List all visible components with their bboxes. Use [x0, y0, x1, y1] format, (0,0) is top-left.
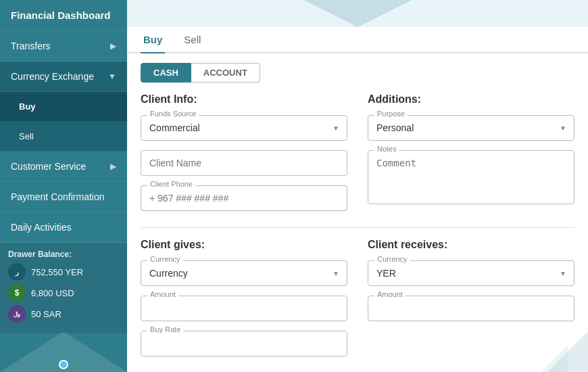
sidebar-item-daily-activities[interactable]: Daily Activities	[0, 212, 127, 243]
drawer-balance-sar: ﷼ 50 SAR	[8, 305, 119, 323]
sidebar-item-label: Currency Exchange	[11, 71, 94, 82]
client-gives-title: Client gives:	[141, 239, 347, 251]
tab-bar: Buy Sell	[127, 27, 588, 53]
top-decorative-area	[127, 0, 588, 27]
purpose-select[interactable]: Personal Business Travel	[368, 115, 574, 141]
funds-source-label: Funds Source	[147, 110, 199, 118]
yer-currency-icon: ر	[8, 263, 26, 281]
sidebar: Financial Dashboard Transfers ▶ Currency…	[0, 0, 127, 372]
bottom-decorative-area	[507, 331, 588, 372]
notes-textarea[interactable]	[368, 150, 574, 204]
sidebar-item-label: Sell	[19, 131, 34, 141]
client-phone-label: Client Phone	[147, 180, 195, 188]
tab-buy[interactable]: Buy	[141, 27, 165, 53]
buy-rate-label: Buy Rate	[147, 325, 183, 333]
expand-icon: ▶	[110, 41, 116, 51]
expand-icon: ▼	[108, 72, 116, 81]
sidebar-item-buy[interactable]: Buy	[0, 92, 127, 122]
client-gives-section: Client gives: Currency Currency USD YER …	[141, 239, 347, 366]
funds-source-field: Funds Source Commercial Personal Busines…	[141, 115, 347, 141]
receives-currency-label: Currency	[374, 255, 410, 263]
client-info-title: Client Info:	[141, 93, 347, 106]
receives-amount-input[interactable]: 0	[368, 296, 574, 321]
expand-icon: ▶	[110, 162, 116, 171]
additions-title: Additions:	[368, 93, 574, 106]
usd-balance: 6,800 USD	[31, 288, 74, 298]
drawer-label: Drawer Balance:	[8, 250, 119, 259]
purpose-label: Purpose	[374, 110, 408, 118]
gives-amount-field: Amount 0	[141, 296, 347, 321]
sidebar-item-transfers[interactable]: Transfers ▶	[0, 31, 127, 62]
sidebar-indicator	[59, 360, 68, 369]
toggle-cash[interactable]: CASH	[141, 63, 191, 83]
section-divider	[141, 227, 574, 228]
gives-amount-label: Amount	[147, 290, 178, 298]
gives-currency-label: Currency	[147, 255, 183, 263]
funds-source-select-wrapper: Commercial Personal Business	[141, 115, 347, 141]
sidebar-item-payment-confirmation[interactable]: Payment Confirmation	[0, 182, 127, 212]
sidebar-item-sell[interactable]: Sell	[0, 122, 127, 152]
drawer-balance-section: Drawer Balance: ر 752,550 YER $ 6,800 US…	[0, 243, 127, 333]
sidebar-item-currency-exchange[interactable]: Currency Exchange ▼	[0, 62, 127, 92]
gives-currency-select-wrapper: Currency USD YER SAR	[141, 260, 347, 286]
receives-amount-label: Amount	[374, 290, 406, 298]
sidebar-item-customer-service[interactable]: Customer Service ▶	[0, 152, 127, 182]
drawer-balance-usd: $ 6,800 USD	[8, 284, 119, 302]
receives-currency-select-wrapper: YER USD SAR EUR	[368, 260, 574, 286]
sidebar-item-label: Daily Activities	[11, 222, 71, 233]
client-info-section: Client Info: Funds Source Commercial Per…	[141, 93, 347, 220]
purpose-field: Purpose Personal Business Travel	[368, 115, 574, 141]
sidebar-item-label: Buy	[19, 101, 36, 112]
gives-currency-select[interactable]: Currency USD YER SAR	[141, 260, 347, 286]
funds-source-select[interactable]: Commercial Personal Business	[141, 115, 347, 141]
tab-sell[interactable]: Sell	[181, 27, 203, 53]
notes-label: Notes	[374, 145, 399, 153]
client-name-input[interactable]	[141, 150, 347, 176]
purpose-select-wrapper: Personal Business Travel	[368, 115, 574, 141]
toggle-account[interactable]: ACCOUNT	[191, 63, 260, 83]
sidebar-title: Financial Dashboard	[0, 0, 127, 31]
sidebar-item-label: Transfers	[11, 41, 51, 51]
sar-currency-icon: ﷼	[8, 305, 26, 323]
client-phone-input[interactable]	[141, 185, 347, 211]
main-content: Buy Sell CASH ACCOUNT Client Info: Funds…	[127, 0, 588, 372]
usd-currency-icon: $	[8, 284, 26, 302]
buy-rate-input[interactable]: 0.00	[141, 331, 347, 356]
client-phone-field: Client Phone	[141, 185, 347, 211]
yer-balance: 752,550 YER	[31, 267, 83, 277]
gives-currency-field: Currency Currency USD YER SAR	[141, 260, 347, 286]
sar-balance: 50 SAR	[31, 309, 62, 319]
sidebar-item-label: Payment Confirmation	[11, 191, 105, 202]
content-area: Client Info: Funds Source Commercial Per…	[127, 83, 588, 372]
client-name-field	[141, 150, 347, 176]
toggle-bar: CASH ACCOUNT	[141, 63, 574, 83]
buy-rate-field: Buy Rate 0.00	[141, 331, 347, 356]
sidebar-item-label: Customer Service	[11, 161, 86, 172]
receives-currency-field: Currency YER USD SAR EUR	[368, 260, 574, 286]
top-section: Client Info: Funds Source Commercial Per…	[141, 93, 574, 220]
gives-amount-input[interactable]: 0	[141, 296, 347, 321]
receives-amount-field: Amount 0	[368, 296, 574, 321]
receives-currency-select[interactable]: YER USD SAR EUR	[368, 260, 574, 286]
client-receives-title: Client receives:	[368, 239, 574, 251]
drawer-balance-yer: ر 752,550 YER	[8, 263, 119, 281]
additions-section: Additions: Purpose Personal Business Tra…	[368, 93, 574, 220]
notes-field: Notes	[368, 150, 574, 207]
